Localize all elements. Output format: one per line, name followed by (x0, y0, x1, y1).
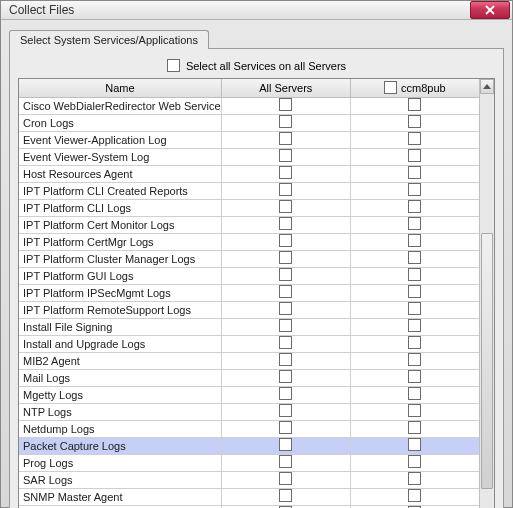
row-server1-checkbox[interactable] (408, 98, 421, 111)
row-all-servers-checkbox[interactable] (279, 200, 292, 213)
table-row[interactable]: IPT Platform CLI Created Reports (19, 182, 479, 199)
row-all-servers-checkbox[interactable] (279, 285, 292, 298)
table-row[interactable]: Install and Upgrade Logs (19, 335, 479, 352)
row-all-servers-checkbox[interactable] (279, 387, 292, 400)
scrollbar-thumb[interactable] (481, 233, 493, 488)
row-name-cell: Install and Upgrade Logs (19, 335, 221, 352)
row-server1-checkbox[interactable] (408, 472, 421, 485)
tab-select-services[interactable]: Select System Services/Applications (9, 30, 209, 49)
row-server1-checkbox[interactable] (408, 353, 421, 366)
table-row[interactable]: SAR Logs (19, 471, 479, 488)
column-header-all-servers[interactable]: All Servers (221, 79, 350, 97)
row-all-servers-checkbox[interactable] (279, 251, 292, 264)
table-row[interactable]: MIB2 Agent (19, 352, 479, 369)
row-all-servers-checkbox[interactable] (279, 489, 292, 502)
table-row[interactable]: Event Viewer-Application Log (19, 131, 479, 148)
row-name-cell: IPT Platform GUI Logs (19, 267, 221, 284)
table-row[interactable]: Host Resources Agent (19, 165, 479, 182)
row-all-servers-cell (221, 403, 350, 420)
column-header-server1[interactable]: ccm8pub (350, 79, 479, 97)
row-all-servers-checkbox[interactable] (279, 149, 292, 162)
row-server1-checkbox[interactable] (408, 336, 421, 349)
row-server1-checkbox[interactable] (408, 200, 421, 213)
row-server1-checkbox[interactable] (408, 217, 421, 230)
row-server1-checkbox[interactable] (408, 132, 421, 145)
row-all-servers-checkbox[interactable] (279, 455, 292, 468)
table-row[interactable]: IPT Platform Cluster Manager Logs (19, 250, 479, 267)
table-row[interactable]: Netdump Logs (19, 420, 479, 437)
row-all-servers-checkbox[interactable] (279, 166, 292, 179)
table-row[interactable]: Mgetty Logs (19, 386, 479, 403)
row-all-servers-cell (221, 199, 350, 216)
row-all-servers-checkbox[interactable] (279, 370, 292, 383)
table-row[interactable]: IPT Platform GUI Logs (19, 267, 479, 284)
table-row[interactable]: IPT Platform Cert Monitor Logs (19, 216, 479, 233)
table-row[interactable]: Install File Signing (19, 318, 479, 335)
row-all-servers-checkbox[interactable] (279, 404, 292, 417)
row-name-cell: Event Viewer-Application Log (19, 131, 221, 148)
row-server1-checkbox[interactable] (408, 455, 421, 468)
row-all-servers-checkbox[interactable] (279, 421, 292, 434)
table-row[interactable]: NTP Logs (19, 403, 479, 420)
row-server1-checkbox[interactable] (408, 285, 421, 298)
row-all-servers-checkbox[interactable] (279, 183, 292, 196)
close-button[interactable] (470, 1, 510, 19)
row-all-servers-checkbox[interactable] (279, 268, 292, 281)
row-all-servers-checkbox[interactable] (279, 319, 292, 332)
row-server1-checkbox[interactable] (408, 404, 421, 417)
row-server1-checkbox[interactable] (408, 149, 421, 162)
row-all-servers-checkbox[interactable] (279, 115, 292, 128)
row-server1-checkbox[interactable] (408, 438, 421, 451)
select-all-label: Select all Services on all Servers (186, 60, 346, 72)
row-name-cell: Netdump Logs (19, 420, 221, 437)
table-row[interactable]: IPT Platform RemoteSupport Logs (19, 301, 479, 318)
row-all-servers-checkbox[interactable] (279, 302, 292, 315)
row-server1-checkbox[interactable] (408, 370, 421, 383)
row-all-servers-cell (221, 301, 350, 318)
row-server1-cell (350, 488, 479, 505)
select-all-checkbox[interactable] (167, 59, 180, 72)
table-row[interactable]: Event Viewer-System Log (19, 148, 479, 165)
row-server1-checkbox[interactable] (408, 234, 421, 247)
row-all-servers-cell (221, 216, 350, 233)
row-name-cell: Event Viewer-System Log (19, 148, 221, 165)
row-server1-checkbox[interactable] (408, 489, 421, 502)
row-all-servers-checkbox[interactable] (279, 472, 292, 485)
row-server1-checkbox[interactable] (408, 166, 421, 179)
row-server1-checkbox[interactable] (408, 251, 421, 264)
table-row[interactable]: Packet Capture Logs (19, 437, 479, 454)
row-all-servers-checkbox[interactable] (279, 234, 292, 247)
scrollbar-track[interactable] (480, 94, 494, 508)
row-server1-cell (350, 250, 479, 267)
table-row[interactable]: IPT Platform CertMgr Logs (19, 233, 479, 250)
table-row[interactable]: IPT Platform CLI Logs (19, 199, 479, 216)
row-server1-checkbox[interactable] (408, 387, 421, 400)
column-header-name[interactable]: Name (19, 79, 221, 97)
vertical-scrollbar[interactable] (479, 79, 494, 508)
row-all-servers-cell (221, 318, 350, 335)
row-all-servers-checkbox[interactable] (279, 217, 292, 230)
row-server1-checkbox[interactable] (408, 421, 421, 434)
server1-header-checkbox[interactable] (384, 81, 397, 94)
row-server1-checkbox[interactable] (408, 319, 421, 332)
row-server1-checkbox[interactable] (408, 268, 421, 281)
table-row[interactable]: Mail Logs (19, 369, 479, 386)
table-row[interactable]: Cisco WebDialerRedirector Web Service (19, 97, 479, 114)
table-row[interactable]: IPT Platform IPSecMgmt Logs (19, 284, 479, 301)
table-row[interactable]: Cron Logs (19, 114, 479, 131)
row-all-servers-checkbox[interactable] (279, 353, 292, 366)
table-row[interactable]: Prog Logs (19, 454, 479, 471)
row-name-cell: IPT Platform IPSecMgmt Logs (19, 284, 221, 301)
row-all-servers-cell (221, 488, 350, 505)
table-row[interactable]: SNMP Master Agent (19, 488, 479, 505)
row-server1-checkbox[interactable] (408, 302, 421, 315)
content-area: Select System Services/Applications Sele… (1, 20, 512, 508)
row-name-cell: IPT Platform CertMgr Logs (19, 233, 221, 250)
row-all-servers-checkbox[interactable] (279, 132, 292, 145)
row-all-servers-checkbox[interactable] (279, 336, 292, 349)
row-server1-checkbox[interactable] (408, 183, 421, 196)
row-all-servers-checkbox[interactable] (279, 438, 292, 451)
row-all-servers-checkbox[interactable] (279, 98, 292, 111)
scroll-up-button[interactable] (480, 79, 494, 94)
row-server1-checkbox[interactable] (408, 115, 421, 128)
